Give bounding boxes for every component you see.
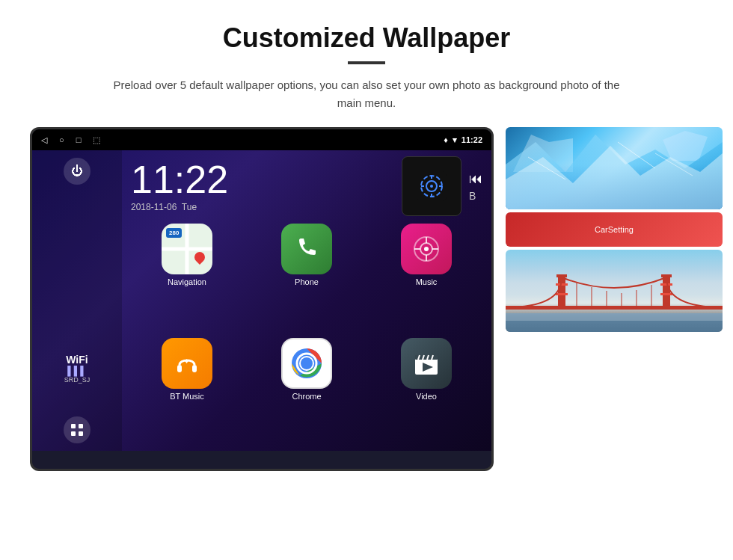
left-sidebar: ⏻ WiFi ▌▌▌ SRD_SJ xyxy=(32,150,122,451)
location-icon: ♦ xyxy=(444,135,448,144)
screenshot-icon[interactable]: ⬚ xyxy=(93,135,100,145)
screen-body: ⏻ WiFi ▌▌▌ SRD_SJ xyxy=(32,150,491,451)
wifi-signal-icon: ▾ xyxy=(453,135,457,145)
status-bar: ◁ ○ □ ⬚ ♦ ▾ 11:22 xyxy=(32,129,491,150)
clock-right-widgets: ⏮ B xyxy=(402,156,482,216)
wifi-bars-icon: ▌▌▌ xyxy=(67,366,87,376)
svg-rect-39 xyxy=(506,306,723,310)
app-item-navigation[interactable]: 280 Navigation xyxy=(131,224,243,330)
music-widget[interactable] xyxy=(402,156,461,216)
app-item-video[interactable]: Video xyxy=(370,338,482,445)
power-button[interactable]: ⏻ xyxy=(64,158,91,185)
svg-rect-42 xyxy=(556,274,567,277)
page-wrapper: Customized Wallpaper Preload over 5 defa… xyxy=(0,0,733,486)
app-item-phone[interactable]: Phone xyxy=(251,224,363,330)
svg-rect-54 xyxy=(506,313,723,321)
media-controls: ⏮ B xyxy=(469,171,482,202)
wallpaper-panel: CarSetting xyxy=(506,127,723,332)
svg-rect-3 xyxy=(79,431,83,436)
music-label: Music xyxy=(416,277,438,286)
svg-rect-45 xyxy=(556,293,568,295)
clock-display: 11:22 2018-11-06 Tue xyxy=(131,160,228,212)
navigation-icon: 280 xyxy=(162,224,212,274)
svg-rect-43 xyxy=(661,274,672,277)
btmusic-icon: ♦ xyxy=(162,338,212,389)
svg-point-24 xyxy=(301,357,313,369)
video-label: Video xyxy=(416,392,437,401)
device-mockup: ◁ ○ □ ⬚ ♦ ▾ 11:22 ⏻ WiFi xyxy=(30,127,494,471)
carsetting-label: CarSetting xyxy=(595,225,634,234)
app-item-chrome[interactable]: Chrome xyxy=(251,338,363,445)
wifi-label: WiFi xyxy=(66,354,88,366)
bridge-svg xyxy=(506,272,723,332)
wallpaper-thumb-bridge[interactable] xyxy=(506,250,723,332)
phone-icon xyxy=(281,224,332,274)
svg-rect-2 xyxy=(71,431,76,436)
recents-icon[interactable]: □ xyxy=(76,135,82,144)
map-badge: 280 xyxy=(166,228,182,238)
prev-track-button[interactable]: ⏮ xyxy=(469,171,482,187)
page-title: Customized Wallpaper xyxy=(30,22,703,54)
phone-label: Phone xyxy=(295,277,319,286)
wifi-ssid: SRD_SJ xyxy=(64,376,91,384)
app-grid: 280 Navigation xyxy=(131,224,482,445)
status-bar-right: ♦ ▾ 11:22 xyxy=(444,135,482,145)
svg-rect-1 xyxy=(79,424,83,428)
svg-rect-19 xyxy=(177,365,182,372)
app-item-music[interactable]: Music xyxy=(370,224,482,330)
page-subtitle: Preload over 5 default wallpaper options… xyxy=(105,76,628,112)
svg-rect-20 xyxy=(192,365,197,372)
chrome-icon xyxy=(281,338,332,389)
music-icon xyxy=(401,224,452,274)
clock-time: 11:22 xyxy=(131,160,228,199)
wifi-info: WiFi ▌▌▌ SRD_SJ xyxy=(64,354,91,384)
apps-grid-button[interactable] xyxy=(64,416,91,443)
main-content: 11:22 2018-11-06 Tue xyxy=(122,150,491,451)
next-track-button[interactable]: B xyxy=(469,190,482,202)
svg-rect-47 xyxy=(660,293,672,295)
clock-date: 2018-11-06 Tue xyxy=(131,202,228,212)
content-area: ◁ ○ □ ⬚ ♦ ▾ 11:22 ⏻ WiFi xyxy=(30,127,703,471)
svg-text:♦: ♦ xyxy=(185,357,188,365)
wallpaper-thumb-carsetting[interactable]: CarSetting xyxy=(506,212,723,247)
app-item-btmusic[interactable]: ♦ BT Music xyxy=(131,338,243,445)
wallpaper-thumb-glacier[interactable] xyxy=(506,127,723,209)
back-icon[interactable]: ◁ xyxy=(41,135,47,145)
status-time: 11:22 xyxy=(461,135,482,144)
clock-area: 11:22 2018-11-06 Tue xyxy=(131,156,482,216)
btmusic-label: BT Music xyxy=(170,392,204,401)
navigation-label: Navigation xyxy=(168,277,206,286)
title-divider xyxy=(348,61,385,64)
svg-point-14 xyxy=(424,247,429,251)
map-pin-icon xyxy=(194,252,205,265)
chrome-label: Chrome xyxy=(292,392,321,401)
home-icon[interactable]: ○ xyxy=(59,135,64,144)
status-bar-left: ◁ ○ □ ⬚ xyxy=(41,135,100,145)
header-section: Customized Wallpaper Preload over 5 defa… xyxy=(30,22,703,112)
video-icon xyxy=(401,338,452,389)
svg-rect-0 xyxy=(71,424,76,428)
svg-point-7 xyxy=(430,185,433,188)
